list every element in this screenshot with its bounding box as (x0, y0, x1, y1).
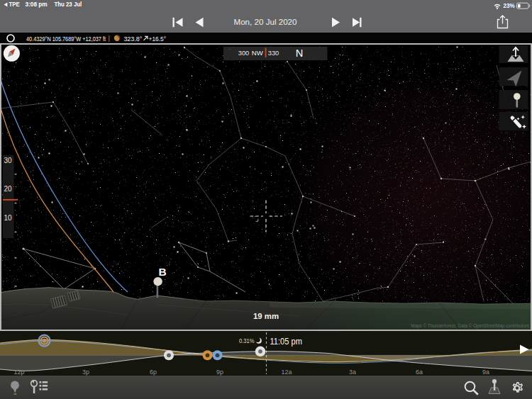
svg-text:0.31%: 0.31% (239, 337, 255, 344)
svg-text:20: 20 (4, 185, 12, 193)
svg-text:NW: NW (252, 49, 264, 57)
svg-text:3a: 3a (349, 369, 356, 376)
svg-text:12p: 12p (14, 369, 25, 376)
svg-text:B: B (158, 266, 166, 278)
svg-text:11:05 pm: 11:05 pm (270, 337, 303, 347)
svg-text:N: N (296, 47, 304, 59)
svg-text:40.4329°N 105.7689°W +12,037 f: 40.4329°N 105.7689°W +12,037 ft (26, 35, 106, 43)
svg-text:6p: 6p (150, 369, 157, 376)
svg-text:10: 10 (4, 214, 12, 222)
svg-text:3p: 3p (82, 369, 89, 376)
svg-text:Maps © Thunderforest, Data © O: Maps © Thunderforest, Data © OpenStreetM… (411, 323, 529, 329)
svg-text:30: 30 (4, 157, 12, 164)
svg-text:TPE: TPE (9, 1, 20, 8)
svg-text:330: 330 (268, 50, 279, 57)
svg-text:12a: 12a (282, 369, 292, 376)
svg-text:9p: 9p (216, 369, 223, 376)
svg-text:300: 300 (238, 50, 250, 57)
svg-text:9a: 9a (482, 369, 489, 376)
svg-text:Mon, 20 Jul 2020: Mon, 20 Jul 2020 (234, 17, 297, 27)
svg-text:23%: 23% (504, 2, 515, 9)
svg-text:+16.5°: +16.5° (149, 35, 167, 43)
svg-text:19 mm: 19 mm (253, 312, 279, 320)
svg-text:Thu 23 Jul: Thu 23 Jul (55, 1, 82, 8)
svg-text:6a: 6a (416, 369, 423, 376)
svg-text:3:08 pm: 3:08 pm (26, 1, 48, 8)
svg-text:323.8°: 323.8° (123, 35, 142, 43)
svg-text:|: | (109, 34, 110, 42)
